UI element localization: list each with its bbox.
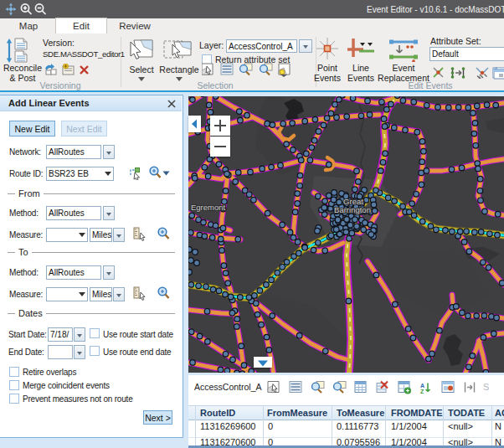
- svg-text:Egremont: Egremont: [191, 203, 226, 212]
- svg-text:S: S: [483, 382, 489, 392]
- svg-text:A: A: [420, 383, 424, 389]
- svg-text:Barrington: Barrington: [334, 205, 371, 214]
- svg-text:Z: Z: [420, 389, 424, 394]
